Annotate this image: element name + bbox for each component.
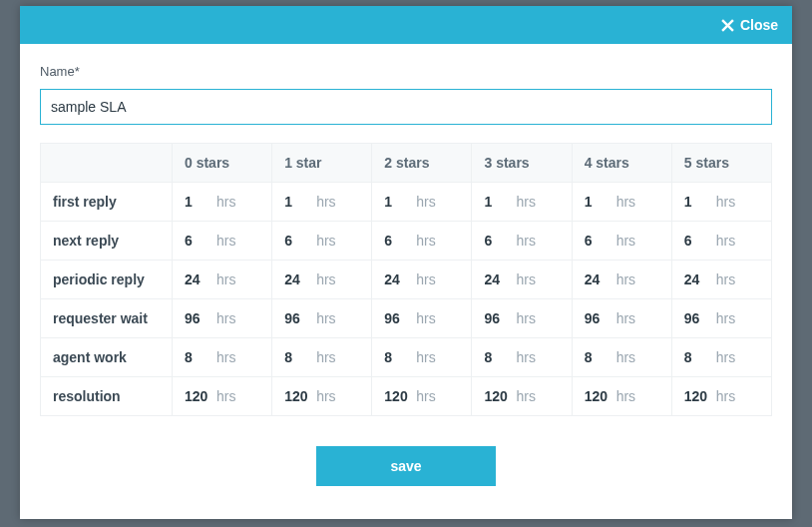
value-cell[interactable]: 8hrs [272, 338, 372, 377]
cell-value: 96 [384, 310, 412, 326]
name-label: Name* [40, 64, 772, 79]
value-cell[interactable]: 120hrs [272, 377, 372, 416]
row-label: resolution [41, 377, 173, 416]
cell-unit: hrs [216, 349, 235, 365]
cell-unit: hrs [316, 349, 335, 365]
value-cell[interactable]: 24hrs [372, 261, 472, 299]
value-cell[interactable]: 96hrs [671, 299, 771, 338]
value-cell[interactable]: 1hrs [572, 183, 671, 222]
modal-body: Name* 0 stars 1 star 2 stars 3 stars 4 s… [20, 44, 792, 519]
cell-unit: hrs [616, 271, 635, 287]
value-cell[interactable]: 120hrs [472, 377, 572, 416]
cell-unit: hrs [616, 349, 635, 365]
value-cell[interactable]: 8hrs [472, 338, 572, 377]
value-cell[interactable]: 8hrs [372, 338, 472, 377]
value-cell[interactable]: 24hrs [272, 261, 372, 299]
cell-unit: hrs [216, 194, 235, 210]
value-cell[interactable]: 6hrs [372, 222, 472, 261]
cell-unit: hrs [716, 271, 735, 287]
value-cell[interactable]: 1hrs [372, 183, 472, 222]
cell-unit: hrs [716, 194, 735, 210]
value-cell[interactable]: 96hrs [572, 299, 671, 338]
cell-value: 6 [484, 233, 512, 249]
cell-unit: hrs [516, 388, 535, 404]
value-cell[interactable]: 24hrs [472, 261, 572, 299]
value-cell[interactable]: 120hrs [372, 377, 472, 416]
value-cell[interactable]: 24hrs [671, 261, 771, 299]
value-cell[interactable]: 6hrs [572, 222, 671, 261]
col-header: 2 stars [372, 144, 472, 183]
cell-value: 1 [185, 194, 212, 210]
value-cell[interactable]: 96hrs [472, 299, 572, 338]
value-cell[interactable]: 6hrs [272, 222, 372, 261]
value-cell[interactable]: 24hrs [572, 261, 671, 299]
cell-value: 24 [585, 271, 612, 287]
cell-unit: hrs [516, 233, 535, 249]
cell-value: 6 [585, 233, 612, 249]
cell-unit: hrs [216, 310, 235, 326]
value-cell[interactable]: 6hrs [671, 222, 771, 261]
cell-unit: hrs [716, 349, 735, 365]
cell-unit: hrs [416, 388, 435, 404]
cell-unit: hrs [716, 310, 735, 326]
cell-unit: hrs [516, 271, 535, 287]
row-label: periodic reply [41, 261, 173, 299]
value-cell[interactable]: 96hrs [272, 299, 372, 338]
cell-unit: hrs [416, 310, 435, 326]
cell-value: 120 [384, 388, 412, 404]
table-header-row: 0 stars 1 star 2 stars 3 stars 4 stars 5… [41, 144, 772, 183]
cell-value: 8 [484, 349, 512, 365]
value-cell[interactable]: 6hrs [472, 222, 572, 261]
row-label: first reply [41, 183, 173, 222]
cell-value: 1 [484, 194, 512, 210]
cell-value: 24 [284, 271, 312, 287]
value-cell[interactable]: 6hrs [173, 222, 272, 261]
value-cell[interactable]: 8hrs [572, 338, 671, 377]
value-cell[interactable]: 120hrs [572, 377, 671, 416]
cell-value: 24 [384, 271, 412, 287]
close-button[interactable]: Close [721, 17, 778, 33]
cell-value: 24 [185, 271, 212, 287]
cell-value: 96 [284, 310, 312, 326]
sla-table: 0 stars 1 star 2 stars 3 stars 4 stars 5… [40, 143, 772, 416]
value-cell[interactable]: 8hrs [173, 338, 272, 377]
table-row: periodic reply24hrs24hrs24hrs24hrs24hrs2… [41, 261, 772, 299]
value-cell[interactable]: 96hrs [372, 299, 472, 338]
cell-value: 96 [684, 310, 712, 326]
col-header: 4 stars [572, 144, 671, 183]
col-header: 0 stars [173, 144, 272, 183]
value-cell[interactable]: 120hrs [671, 377, 771, 416]
col-header: 1 star [272, 144, 372, 183]
value-cell[interactable]: 96hrs [173, 299, 272, 338]
cell-value: 96 [585, 310, 612, 326]
value-cell[interactable]: 120hrs [173, 377, 272, 416]
save-button[interactable]: save [316, 446, 496, 486]
cell-value: 8 [284, 349, 312, 365]
table-row: requester wait96hrs96hrs96hrs96hrs96hrs9… [41, 299, 772, 338]
cell-unit: hrs [516, 349, 535, 365]
value-cell[interactable]: 24hrs [173, 261, 272, 299]
modal-header: Close [20, 6, 792, 44]
cell-value: 8 [384, 349, 412, 365]
cell-unit: hrs [616, 310, 635, 326]
row-label: agent work [41, 338, 173, 377]
cell-unit: hrs [516, 310, 535, 326]
cell-value: 8 [185, 349, 212, 365]
cell-unit: hrs [216, 388, 235, 404]
cell-value: 6 [684, 233, 712, 249]
cell-value: 6 [384, 233, 412, 249]
value-cell[interactable]: 1hrs [671, 183, 771, 222]
value-cell[interactable]: 1hrs [173, 183, 272, 222]
cell-unit: hrs [316, 233, 335, 249]
row-label: next reply [41, 222, 173, 261]
value-cell[interactable]: 8hrs [671, 338, 771, 377]
sla-modal: Close Name* 0 stars 1 star 2 stars 3 sta… [20, 6, 792, 519]
row-label: requester wait [41, 299, 173, 338]
table-row: first reply1hrs1hrs1hrs1hrs1hrs1hrs [41, 183, 772, 222]
cell-unit: hrs [516, 194, 535, 210]
value-cell[interactable]: 1hrs [472, 183, 572, 222]
value-cell[interactable]: 1hrs [272, 183, 372, 222]
cell-unit: hrs [316, 271, 335, 287]
cell-value: 8 [684, 349, 712, 365]
name-input[interactable] [40, 89, 772, 125]
